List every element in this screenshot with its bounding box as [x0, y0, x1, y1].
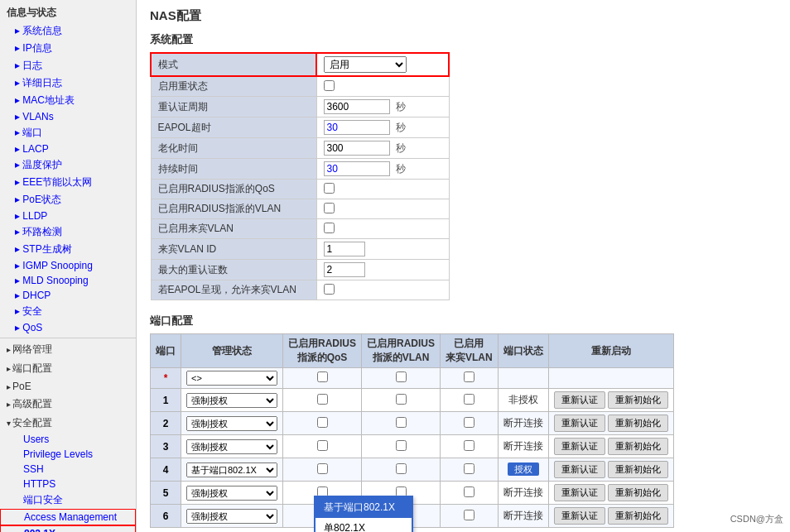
- port-mgmt-4[interactable]: 基于端口802.1X: [181, 458, 283, 482]
- config-value-eapol[interactable]: 秒: [316, 117, 449, 138]
- port-vlan-checkbox-star[interactable]: [396, 371, 407, 382]
- config-value-reauth-enable[interactable]: [316, 76, 449, 97]
- port-restart-2[interactable]: 重新认证 重新初始化: [548, 412, 673, 435]
- sidebar-item-ipinfo[interactable]: ▸ IP信息: [0, 40, 136, 57]
- sidebar-item-lacp[interactable]: ▸ LACP: [0, 141, 136, 156]
- port-select-4[interactable]: 基于端口802.1X: [186, 463, 277, 477]
- guest-vlan-checkbox[interactable]: [324, 223, 335, 233]
- config-value-reauth-period[interactable]: 秒: [316, 97, 449, 117]
- sidebar-item-lldp[interactable]: ▸ LLDP: [0, 208, 136, 223]
- sidebar-item-qos[interactable]: ▸ QoS: [0, 320, 136, 335]
- reauth-btn-2[interactable]: 重新认证: [554, 415, 605, 432]
- port-vlan-checkbox-3[interactable]: [396, 440, 407, 451]
- port-guest-checkbox-3[interactable]: [464, 440, 474, 451]
- reinit-btn-3[interactable]: 重新初始化: [608, 438, 668, 455]
- port-restart-1[interactable]: 重新认证 重新初始化: [548, 389, 673, 412]
- port-guest-1[interactable]: [441, 389, 499, 412]
- port-guest-checkbox-star[interactable]: [464, 371, 474, 382]
- eapol-guest-checkbox[interactable]: [324, 284, 335, 295]
- guest-vlan-id-input[interactable]: [324, 242, 365, 256]
- port-select-3[interactable]: 强制授权: [186, 439, 277, 454]
- port-guest-5[interactable]: [441, 482, 499, 505]
- port-qos-4[interactable]: [283, 458, 362, 482]
- port-mgmt-6[interactable]: 强制授权: [181, 505, 283, 528]
- port-qos-checkbox-1[interactable]: [317, 394, 328, 405]
- port-vlan-checkbox-2[interactable]: [396, 417, 407, 428]
- config-value-max-reauth[interactable]: [316, 260, 449, 280]
- reinit-btn-2[interactable]: 重新初始化: [608, 415, 668, 432]
- sidebar-item-https[interactable]: HTTPS: [0, 477, 136, 491]
- config-value-aging[interactable]: 秒: [316, 138, 449, 159]
- port-qos-checkbox-4[interactable]: [317, 463, 328, 474]
- eapol-input[interactable]: [324, 120, 390, 135]
- port-vlan-star[interactable]: [362, 368, 441, 389]
- port-vlan-checkbox-1[interactable]: [396, 394, 407, 405]
- port-mgmt-3[interactable]: 强制授权: [181, 435, 283, 458]
- port-restart-5[interactable]: 重新认证 重新初始化: [548, 482, 673, 505]
- reauth-btn-4[interactable]: 重新认证: [554, 461, 605, 478]
- sidebar-item-vlans[interactable]: ▸ VLANs: [0, 109, 136, 124]
- sidebar-group-poe[interactable]: ▸PoE: [0, 379, 136, 394]
- reinit-btn-4[interactable]: 重新初始化: [608, 461, 668, 478]
- port-qos-checkbox-3[interactable]: [317, 440, 328, 451]
- sidebar-item-users[interactable]: Users: [0, 432, 136, 447]
- sidebar-item-mld[interactable]: ▸ MLD Snooping: [0, 273, 136, 288]
- config-value-guest-vlan-id[interactable]: [316, 239, 449, 260]
- port-restart-6[interactable]: 重新认证 重新初始化: [548, 505, 673, 528]
- sidebar-item-port[interactable]: ▸ 端口: [0, 124, 136, 141]
- port-restart-4[interactable]: 重新认证 重新初始化: [548, 458, 673, 482]
- port-guest-checkbox-2[interactable]: [464, 417, 474, 428]
- dropdown-option-802.1x-port[interactable]: 基于端口802.1X: [316, 497, 412, 518]
- port-guest-star[interactable]: [441, 368, 499, 389]
- port-mgmt-star[interactable]: <>: [181, 368, 283, 389]
- radius-qos-checkbox[interactable]: [324, 183, 335, 194]
- sidebar-item-dhcp[interactable]: ▸ DHCP: [0, 288, 136, 303]
- sidebar-item-temp[interactable]: ▸ 温度保护: [0, 156, 136, 174]
- port-vlan-2[interactable]: [362, 412, 441, 435]
- port-qos-checkbox-star[interactable]: [317, 371, 328, 382]
- sidebar-group-advanced[interactable]: ▸高级配置: [0, 395, 136, 413]
- sidebar-item-sysinfo[interactable]: ▸ 系统信息: [0, 22, 136, 40]
- port-qos-star[interactable]: [283, 368, 362, 389]
- reauth-btn-3[interactable]: 重新认证: [554, 438, 605, 455]
- mode-select[interactable]: 启用 禁用: [324, 56, 407, 73]
- sidebar-item-igmp[interactable]: ▸ IGMP Snooping: [0, 258, 136, 273]
- sidebar-item-stp[interactable]: ▸ STP生成树: [0, 241, 136, 258]
- port-select-star[interactable]: <>: [186, 371, 277, 386]
- port-guest-3[interactable]: [441, 435, 499, 458]
- sidebar-group-netmgmt[interactable]: ▸网络管理: [0, 341, 136, 358]
- sidebar-item-8021x[interactable]: 802.1X: [0, 525, 136, 532]
- sidebar-item-ssh[interactable]: SSH: [0, 462, 136, 477]
- port-select-6[interactable]: 强制授权: [186, 509, 277, 524]
- sidebar-item-accessmgmt[interactable]: Access Management: [0, 509, 136, 525]
- dropdown-option-single-802.1x[interactable]: 单802.1X: [316, 518, 412, 532]
- reauth-period-input[interactable]: [324, 99, 390, 114]
- port-qos-checkbox-2[interactable]: [317, 417, 328, 428]
- port-select-5[interactable]: 强制授权: [186, 486, 277, 501]
- radius-vlan-checkbox[interactable]: [324, 203, 335, 213]
- sidebar-item-portsec[interactable]: 端口安全: [0, 491, 136, 509]
- port-vlan-4[interactable]: [362, 458, 441, 482]
- reauth-enable-checkbox[interactable]: [324, 80, 335, 91]
- port-qos-2[interactable]: [283, 412, 362, 435]
- port-mgmt-5[interactable]: 强制授权: [181, 482, 283, 505]
- port-mgmt-2[interactable]: 强制授权: [181, 412, 283, 435]
- port-restart-3[interactable]: 重新认证 重新初始化: [548, 435, 673, 458]
- sidebar-item-poe[interactable]: ▸ PoE状态: [0, 191, 136, 208]
- config-value-radius-qos[interactable]: [316, 180, 449, 199]
- port-vlan-3[interactable]: [362, 435, 441, 458]
- hold-input[interactable]: [324, 161, 390, 176]
- port-guest-checkbox-5[interactable]: [464, 486, 474, 497]
- sidebar-item-privilege[interactable]: Privilege Levels: [0, 447, 136, 462]
- config-value-mode[interactable]: 启用 禁用: [316, 53, 449, 76]
- port-guest-checkbox-6[interactable]: [464, 510, 474, 520]
- config-value-radius-vlan[interactable]: [316, 199, 449, 219]
- port4-dropdown[interactable]: 基于端口802.1X 单802.1X 多802.1X 基于MAC认证: [314, 496, 413, 532]
- port-guest-checkbox-4[interactable]: [464, 463, 474, 474]
- config-value-eapol-guest[interactable]: [316, 280, 449, 300]
- sidebar-item-loop[interactable]: ▸ 环路检测: [0, 223, 136, 241]
- sidebar-group-portconfig[interactable]: ▸端口配置: [0, 360, 136, 377]
- reauth-btn-5[interactable]: 重新认证: [554, 484, 605, 501]
- reauth-btn-1[interactable]: 重新认证: [554, 391, 605, 409]
- aging-input[interactable]: [324, 141, 390, 156]
